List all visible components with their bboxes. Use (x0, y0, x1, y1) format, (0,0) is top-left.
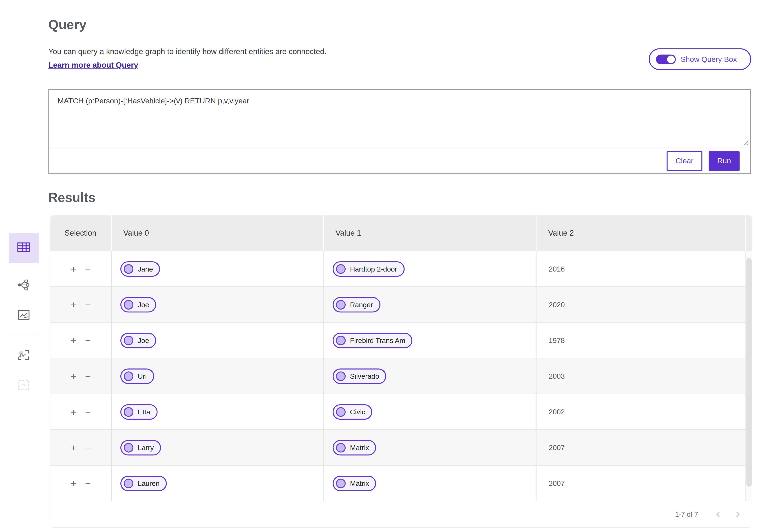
toggle-knob (667, 55, 675, 63)
remove-from-selection-button[interactable]: − (85, 264, 91, 274)
resize-grip-icon[interactable] (742, 139, 749, 148)
value2-cell: 1978 (537, 323, 746, 358)
table-row: + − Uri Silverado 2003 (50, 358, 752, 394)
node-icon (124, 371, 134, 381)
node-chip[interactable]: Firebird Trans Am (333, 332, 413, 348)
node-icon (124, 300, 134, 309)
value2-cell: 2007 (537, 430, 746, 465)
pagination-label: 1-7 of 7 (675, 511, 698, 518)
remove-from-selection-button[interactable]: − (85, 335, 91, 345)
node-chip[interactable]: Silverado (333, 368, 386, 384)
results-table: Selection Value 0 Value 1 Value 2 + − Ja… (50, 215, 752, 527)
value2-cell: 2016 (537, 251, 746, 287)
table-row: + − Jane Hardtop 2-door 2016 (50, 251, 752, 287)
view-toolbar (9, 233, 39, 401)
node-icon (124, 407, 134, 416)
selection-cell: + − (50, 287, 112, 323)
remove-from-selection-button[interactable]: − (85, 443, 91, 452)
sidebar-item-selection-view[interactable] (9, 371, 39, 401)
dashed-box-icon (17, 379, 30, 393)
table-icon (17, 241, 31, 255)
show-query-box-toggle[interactable]: Show Query Box (649, 48, 751, 70)
node-chip[interactable]: Lauren (120, 475, 167, 491)
value2-cell: 2003 (537, 358, 746, 394)
add-to-selection-button[interactable]: + (71, 264, 76, 274)
sidebar-item-table-view[interactable] (9, 233, 39, 263)
value2-cell: 2002 (537, 394, 746, 430)
table-header-row: Selection Value 0 Value 1 Value 2 (50, 215, 752, 251)
remove-from-selection-button[interactable]: − (85, 478, 91, 488)
table-scrollbar[interactable] (746, 215, 752, 501)
query-button-bar: Clear Run (49, 147, 750, 174)
sidebar-item-graph-view[interactable] (9, 271, 39, 301)
node-icon (336, 264, 346, 274)
node-icon (336, 443, 346, 452)
node-chip[interactable]: Civic (333, 404, 373, 419)
column-header-value1: Value 1 (324, 215, 536, 251)
column-header-selection: Selection (50, 215, 112, 251)
value2-cell: 2007 (537, 465, 746, 501)
node-icon (124, 443, 134, 452)
sidebar-item-expand-graph-view[interactable] (9, 341, 39, 371)
add-to-selection-button[interactable]: + (71, 371, 76, 381)
node-chip[interactable]: Matrix (333, 440, 376, 455)
line-chart-icon (17, 309, 30, 323)
learn-more-link[interactable]: Learn more about Query (48, 61, 138, 70)
node-icon (124, 264, 134, 274)
selection-cell: + − (50, 323, 112, 358)
column-header-value0: Value 0 (112, 215, 324, 251)
selection-cell: + − (50, 251, 112, 287)
graph-frame-icon (17, 349, 30, 363)
page-title: Query (48, 17, 87, 32)
column-header-value2: Value 2 (537, 215, 746, 251)
add-to-selection-button[interactable]: + (71, 300, 76, 309)
network-icon (17, 279, 30, 293)
node-icon (336, 300, 346, 309)
value2-cell: 2020 (537, 287, 746, 323)
toggle-label: Show Query Box (681, 55, 737, 64)
table-row: + − Etta Civic 2002 (50, 394, 752, 430)
add-to-selection-button[interactable]: + (71, 407, 76, 416)
add-to-selection-button[interactable]: + (71, 335, 76, 345)
selection-cell: + − (50, 430, 112, 465)
node-chip[interactable]: Uri (120, 368, 154, 384)
node-icon (336, 478, 346, 488)
clear-button[interactable]: Clear (667, 151, 703, 171)
node-icon (124, 335, 134, 345)
node-chip[interactable]: Hardtop 2-door (333, 261, 404, 277)
node-chip[interactable]: Larry (120, 440, 161, 455)
prev-page-button[interactable] (709, 505, 728, 524)
run-button[interactable]: Run (709, 151, 740, 171)
table-row: + − Joe Firebird Trans Am 1978 (50, 323, 752, 358)
add-to-selection-button[interactable]: + (71, 443, 76, 452)
sidebar-item-chart-view[interactable] (9, 301, 39, 331)
node-chip[interactable]: Jane (120, 261, 160, 277)
remove-from-selection-button[interactable]: − (85, 300, 91, 309)
selection-cell: + − (50, 358, 112, 394)
next-page-button[interactable] (728, 505, 747, 524)
remove-from-selection-button[interactable]: − (85, 407, 91, 416)
table-footer: 1-7 of 7 (50, 501, 752, 527)
query-input[interactable]: MATCH (p:Person)-[:HasVehicle]->(v) RETU… (49, 90, 750, 147)
node-icon (124, 478, 134, 488)
node-chip[interactable]: Ranger (333, 297, 380, 312)
selection-cell: + − (50, 394, 112, 430)
add-to-selection-button[interactable]: + (71, 478, 76, 488)
query-panel: MATCH (p:Person)-[:HasVehicle]->(v) RETU… (48, 89, 751, 174)
scrollbar-corner (746, 215, 752, 251)
page-description: You can query a knowledge graph to ident… (48, 47, 326, 56)
node-chip[interactable]: Joe (120, 297, 156, 312)
node-icon (336, 407, 346, 416)
selection-cell: + − (50, 465, 112, 501)
node-icon (336, 335, 346, 345)
node-chip[interactable]: Etta (120, 404, 158, 419)
node-icon (336, 371, 346, 381)
node-chip[interactable]: Matrix (333, 475, 376, 491)
toolbar-divider (9, 336, 39, 336)
scrollbar-thumb[interactable] (746, 258, 752, 487)
toggle-switch-icon[interactable] (656, 54, 676, 64)
table-row: + − Larry Matrix 2007 (50, 430, 752, 465)
remove-from-selection-button[interactable]: − (85, 371, 91, 381)
node-chip[interactable]: Joe (120, 332, 156, 348)
table-row: + − Joe Ranger 2020 (50, 287, 752, 323)
